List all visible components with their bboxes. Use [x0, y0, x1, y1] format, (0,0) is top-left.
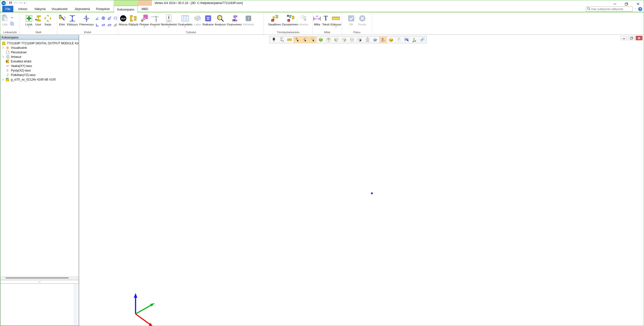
- tab-kokoonpano[interactable]: Kokoonpano: [114, 6, 138, 13]
- document-minimize-button[interactable]: [621, 36, 627, 40]
- tree-item-root[interactable]: 7721163P 7721163P DIGITAL OUTPUT MODULE …: [1, 41, 79, 46]
- document-restore-button[interactable]: [628, 36, 635, 40]
- work-plane-button[interactable]: [379, 37, 387, 43]
- tree-item-label: Visualisointi: [11, 46, 27, 50]
- save-icon[interactable]: [9, 1, 12, 6]
- tree-item-esivalitut-ehdot[interactable]: Esivalitut ehdot: [1, 59, 79, 64]
- tree-panel-header: Kokoonpano: [0, 35, 79, 40]
- expand-chevron-icon[interactable]: [2, 47, 6, 49]
- secondary-panel-scroll-strip[interactable]: [74, 284, 78, 325]
- schematics-button[interactable]: Kaaviot ▾: [150, 13, 160, 30]
- feature-list-button[interactable]: [364, 37, 371, 43]
- left-face-view-button[interactable]: [332, 37, 340, 43]
- customize-quick-access-icon[interactable]: ▾: [24, 2, 25, 4]
- series-button[interactable]: Sarja: [44, 13, 52, 30]
- constraint-small-buttons: [94, 15, 118, 28]
- new-model-button[interactable]: Uusi: [34, 13, 43, 30]
- distance-constraint-button[interactable]: Etäisyys: [67, 13, 78, 30]
- tree-item-poikittais-yz[interactable]: Poikittais(YZ)-taso: [1, 73, 79, 77]
- close-button[interactable]: [632, 0, 644, 8]
- clip-box-button[interactable]: [387, 37, 395, 43]
- help-icon[interactable]: ?: [638, 7, 642, 11]
- item-data-button[interactable]: i Nimiketiedot ▾: [160, 13, 177, 30]
- static-collision-button[interactable]: ! Staattinen: [268, 13, 282, 30]
- tree-item-ilmiasut[interactable]: Ilmiasut: [1, 55, 79, 59]
- tree-item-piirustukset[interactable]: Piirustukset: [1, 50, 79, 55]
- select-body-button[interactable]: [356, 37, 364, 43]
- tab-pistepilvet[interactable]: Pistepilvet: [93, 6, 112, 12]
- to-surface-button[interactable]: I Pintaan ▾: [139, 13, 150, 30]
- paste-button[interactable]: Liitä: [1, 13, 9, 30]
- restore-button[interactable]: [621, 0, 632, 8]
- tangent-constraint-button[interactable]: [106, 15, 112, 21]
- panel-splitter[interactable]: [0, 280, 79, 283]
- snap-point-button[interactable]: [293, 37, 301, 43]
- expand-chevron-icon[interactable]: [2, 56, 6, 58]
- tab-file[interactable]: File: [2, 6, 13, 12]
- dynamic-collision-button[interactable]: ! Dynaaminen: [282, 13, 299, 30]
- concentric-constraint-button[interactable]: [100, 15, 106, 21]
- zoom-fit-button[interactable]: [278, 37, 285, 43]
- part-number-button[interactable]: 10 Osanumero: [226, 13, 242, 30]
- redo-icon[interactable]: ↷▾: [19, 2, 22, 5]
- tab-mbd[interactable]: MBD: [138, 6, 151, 12]
- cut-button[interactable]: ✂: [9, 15, 15, 20]
- minimize-button[interactable]: [609, 0, 621, 8]
- datum-point[interactable]: [371, 193, 373, 194]
- angle-constraint-button[interactable]: [94, 15, 100, 21]
- add-model-button[interactable]: Lisää ▾: [25, 13, 33, 30]
- snap-edge-button[interactable]: [301, 37, 309, 43]
- tree-item-vaaka-xy[interactable]: Vaaka(XY)-taso: [1, 64, 79, 68]
- swap-view-button[interactable]: [418, 37, 426, 43]
- copy-button[interactable]: [9, 21, 15, 27]
- view-toolbar: [269, 36, 427, 43]
- undo-icon[interactable]: ↶▾: [14, 2, 17, 5]
- ok-button[interactable]: OK: [347, 13, 355, 30]
- part-list-button[interactable]: Osaluettelo ▾: [177, 13, 193, 30]
- document-close-button[interactable]: [636, 36, 642, 40]
- measure-button[interactable]: [285, 37, 293, 43]
- shaded-view-button[interactable]: [317, 37, 325, 43]
- tree-item-visualisointi[interactable]: Visualisointi: [1, 46, 79, 50]
- app-logo[interactable]: G4: [2, 1, 6, 5]
- perpendicular-constraint-button[interactable]: [94, 22, 100, 28]
- search-input[interactable]: [591, 8, 631, 11]
- constraint-button[interactable]: Ehto: [57, 13, 67, 30]
- suppress-constraint-button[interactable]: [112, 22, 118, 28]
- explode-button[interactable]: Räjäytä: [128, 13, 139, 30]
- analyze-button[interactable]: Analysoi: [214, 13, 226, 30]
- model-viewport[interactable]: [79, 35, 644, 326]
- solve-button[interactable]: Ratkaise: [202, 13, 214, 30]
- scrollbar-thumb[interactable]: [6, 277, 69, 278]
- tree-item-part[interactable]: g_st70_xx_02124v 4160 kB #100: [1, 77, 79, 82]
- tab-arkisto[interactable]: Arkisto: [14, 6, 31, 12]
- delete-clip-button[interactable]: [395, 37, 403, 43]
- right-face-view-button[interactable]: [340, 37, 348, 43]
- dimension-button[interactable]: 45 Mitta: [312, 13, 321, 30]
- collapse-ribbon-icon[interactable]: ⌃: [634, 8, 636, 11]
- expand-chevron-icon[interactable]: [2, 78, 6, 81]
- tab-nakyma[interactable]: Näkymä: [32, 6, 48, 12]
- pin-button[interactable]: [270, 37, 278, 43]
- origin-axes-button[interactable]: [410, 37, 418, 43]
- tree-item-pysty-xz[interactable]: Pysty(XZ)-taso: [1, 68, 79, 73]
- transparent-view-button[interactable]: [348, 37, 356, 43]
- section-view-button[interactable]: [371, 37, 379, 43]
- load-button[interactable]: Lataa: [193, 13, 202, 30]
- tab-visualisointi[interactable]: Visualisointi: [49, 6, 70, 12]
- error-log-button[interactable]: ! Virheloki: [242, 13, 254, 30]
- tree-horizontal-scrollbar[interactable]: [0, 276, 79, 280]
- text-button[interactable]: T Teksti: [321, 13, 330, 30]
- snap-face-button[interactable]: [309, 37, 317, 43]
- distance-arrows-constraint-button[interactable]: [106, 22, 112, 28]
- tab-jarjestelma[interactable]: Järjestelmä: [71, 6, 93, 12]
- select-window-button[interactable]: [403, 37, 410, 43]
- animate-button[interactable]: Animoi: [299, 13, 309, 30]
- parallel-constraint-button[interactable]: [100, 22, 106, 28]
- distance-measure-button[interactable]: Etäisyys ▾: [330, 13, 342, 30]
- exit-button[interactable]: Poistu: [358, 13, 367, 30]
- coincident-constraint-button[interactable]: Yhtenevyys: [78, 13, 94, 30]
- symmetric-constraint-button[interactable]: [112, 15, 118, 21]
- top-face-view-button[interactable]: [325, 37, 332, 43]
- mass-button[interactable]: 10,0 Massa: [118, 13, 128, 30]
